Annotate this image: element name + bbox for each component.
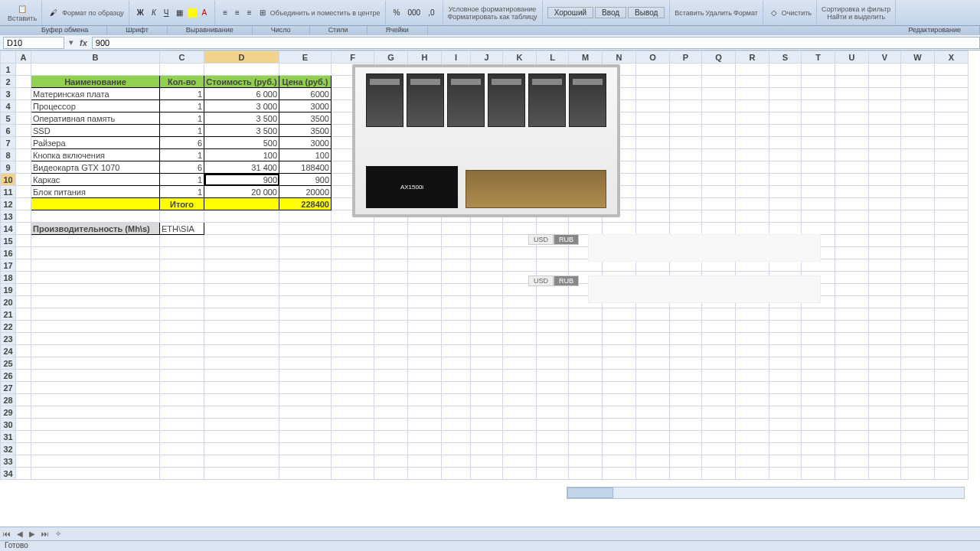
cell-T27[interactable] xyxy=(802,382,835,394)
cell-D29[interactable] xyxy=(204,406,279,419)
cell-L26[interactable] xyxy=(537,370,569,382)
cell-S3[interactable] xyxy=(769,88,802,100)
cell-D3[interactable]: 6 000 xyxy=(204,88,279,100)
cell-Q9[interactable] xyxy=(702,161,736,174)
cell-I24[interactable] xyxy=(442,345,471,357)
cell-X2[interactable] xyxy=(935,76,969,88)
cell-H14[interactable] xyxy=(408,223,442,235)
cell-E6[interactable]: 3500 xyxy=(279,125,332,137)
cell-A1[interactable] xyxy=(16,64,31,76)
cell-B13[interactable] xyxy=(31,210,160,223)
cell-S22[interactable] xyxy=(769,321,802,333)
cell-L28[interactable] xyxy=(537,394,569,406)
cell-D13[interactable] xyxy=(204,210,279,223)
cell-K29[interactable] xyxy=(503,406,537,419)
cell-U28[interactable] xyxy=(835,394,869,406)
cell-F29[interactable] xyxy=(332,406,374,419)
cell-M21[interactable] xyxy=(569,308,603,321)
cell-C10[interactable]: 1 xyxy=(160,174,204,186)
cell-V8[interactable] xyxy=(869,149,901,161)
cell-E12[interactable]: 228400 xyxy=(279,198,332,210)
cell-X11[interactable] xyxy=(935,186,969,198)
cell-R29[interactable] xyxy=(736,406,769,419)
cell-H31[interactable] xyxy=(408,431,442,443)
cell-M29[interactable] xyxy=(569,406,603,419)
cell-E18[interactable] xyxy=(279,272,332,284)
row-header-10[interactable]: 10 xyxy=(1,174,16,186)
cell-L24[interactable] xyxy=(537,345,569,357)
cell-V14[interactable] xyxy=(869,223,901,235)
cell-B17[interactable] xyxy=(31,259,160,272)
cell-D2[interactable]: Стоимость (руб.) xyxy=(204,76,279,88)
cell-S9[interactable] xyxy=(769,161,802,174)
cell-H28[interactable] xyxy=(408,394,442,406)
curr-rub[interactable]: RUB xyxy=(554,234,579,245)
cell-I34[interactable] xyxy=(442,468,471,480)
cell-C26[interactable] xyxy=(160,370,204,382)
cell-X24[interactable] xyxy=(935,345,969,357)
cell-I21[interactable] xyxy=(442,308,471,321)
cell-U20[interactable] xyxy=(835,296,869,308)
cell-O8[interactable] xyxy=(636,149,670,161)
cell-R24[interactable] xyxy=(736,345,769,357)
row-header-19[interactable]: 19 xyxy=(1,284,16,296)
sheet-nav-last[interactable]: ⏭ xyxy=(38,530,52,538)
cell-M33[interactable] xyxy=(569,455,603,468)
cell-B24[interactable] xyxy=(31,345,160,357)
fmt-table-label[interactable]: Форматировать как таблицу xyxy=(448,13,537,21)
row-header-2[interactable]: 2 xyxy=(1,76,16,88)
cell-D15[interactable] xyxy=(204,235,279,247)
cell-P1[interactable] xyxy=(670,64,702,76)
cell-D4[interactable]: 3 000 xyxy=(204,100,279,112)
cell-U14[interactable] xyxy=(835,223,869,235)
cell-S34[interactable] xyxy=(769,468,802,480)
col-header-C[interactable]: C xyxy=(160,51,204,64)
cell-R10[interactable] xyxy=(736,174,769,186)
cell-D31[interactable] xyxy=(204,431,279,443)
cell-U17[interactable] xyxy=(835,259,869,272)
cell-P22[interactable] xyxy=(670,321,702,333)
cell-D32[interactable] xyxy=(204,443,279,455)
cell-R12[interactable] xyxy=(736,198,769,210)
cell-P26[interactable] xyxy=(670,370,702,382)
cell-V32[interactable] xyxy=(869,443,901,455)
cell-D24[interactable] xyxy=(204,345,279,357)
row-header-22[interactable]: 22 xyxy=(1,321,16,333)
cell-T30[interactable] xyxy=(802,419,835,431)
cell-F28[interactable] xyxy=(332,394,374,406)
cell-I22[interactable] xyxy=(442,321,471,333)
cell-C16[interactable] xyxy=(160,247,204,259)
border-button[interactable]: ▦ xyxy=(173,7,186,18)
cell-O3[interactable] xyxy=(636,88,670,100)
cell-Q25[interactable] xyxy=(702,357,736,370)
cell-V31[interactable] xyxy=(869,431,901,443)
cell-H26[interactable] xyxy=(408,370,442,382)
cell-A22[interactable] xyxy=(16,321,31,333)
cell-E7[interactable]: 3000 xyxy=(279,137,332,149)
cell-A2[interactable] xyxy=(16,76,31,88)
row-header-16[interactable]: 16 xyxy=(1,247,16,259)
cell-C5[interactable]: 1 xyxy=(160,112,204,125)
col-header-K[interactable]: K xyxy=(503,51,537,64)
cell-B7[interactable]: Райзера xyxy=(31,137,160,149)
cell-W8[interactable] xyxy=(901,149,935,161)
paste-button[interactable]: 📋 xyxy=(15,3,30,15)
cell-T21[interactable] xyxy=(802,308,835,321)
cell-W11[interactable] xyxy=(901,186,935,198)
cell-T23[interactable] xyxy=(802,333,835,345)
cell-W31[interactable] xyxy=(901,431,935,443)
cell-A6[interactable] xyxy=(16,125,31,137)
cell-B1[interactable] xyxy=(31,64,160,76)
cell-B9[interactable]: Видеокарта GTX 1070 xyxy=(31,161,160,174)
cell-G23[interactable] xyxy=(374,333,408,345)
cell-J24[interactable] xyxy=(471,345,503,357)
cell-C32[interactable] xyxy=(160,443,204,455)
row-header-1[interactable]: 1 xyxy=(1,64,16,76)
row-header-11[interactable]: 11 xyxy=(1,186,16,198)
cell-D30[interactable] xyxy=(204,419,279,431)
cell-X31[interactable] xyxy=(935,431,969,443)
cell-J23[interactable] xyxy=(471,333,503,345)
cell-X13[interactable] xyxy=(935,210,969,223)
cell-R2[interactable] xyxy=(736,76,769,88)
cell-F25[interactable] xyxy=(332,357,374,370)
